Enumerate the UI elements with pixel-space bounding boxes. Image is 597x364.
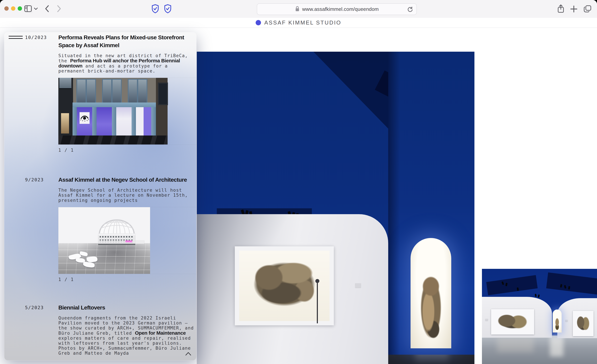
sidebar-toggle-icon[interactable] (23, 4, 33, 14)
thumbnail-arch-niche (553, 310, 562, 333)
ceiling-recess (546, 272, 597, 294)
wall-label (485, 319, 488, 321)
news-item: 10/2023 Performa Reveals Plans for Mixed… (25, 33, 196, 153)
news-body: Situated in the new art district of TriB… (58, 53, 196, 73)
news-item: 9/2023 Assaf Kimmel at the Negev School … (25, 176, 196, 282)
adjacent-building (58, 78, 73, 145)
window-close-button[interactable] (4, 6, 9, 11)
address-bar[interactable]: www.assafkimmel.com/queendom (257, 3, 417, 15)
artwork-collage (246, 257, 323, 312)
eye-artwork (79, 112, 90, 124)
extension-shield-icon[interactable] (164, 4, 172, 14)
window-minimize-button[interactable] (11, 6, 15, 11)
news-title: Biennial Leftovers (58, 304, 196, 311)
artwork-figure (419, 272, 443, 344)
news-title: Assaf Kimmel at the Negev School of Arch… (58, 176, 196, 184)
adjacent-building (156, 78, 168, 145)
window-zoom-button[interactable] (18, 6, 22, 11)
gallery-photo-thumbnail[interactable] (482, 269, 597, 364)
spotlight (538, 294, 540, 297)
news-body: Queendom fragments from the 2022 Israeli… (58, 316, 196, 356)
news-image-dome-render[interactable] (58, 207, 196, 274)
browser-window: www.assafkimmel.com/queendom ASSAF KIMME… (0, 0, 597, 364)
logo-dot-icon[interactable] (256, 20, 261, 25)
extension-shield-icon[interactable] (151, 4, 160, 14)
back-button[interactable] (44, 4, 51, 14)
tab-overview-icon[interactable] (583, 4, 592, 14)
collapse-panel-chevron-up-icon[interactable] (184, 351, 192, 357)
stanchion (317, 282, 318, 323)
dome-building (88, 217, 145, 250)
news-panel: 10/2023 Performa Reveals Plans for Mixed… (4, 32, 196, 361)
chevron-down-icon[interactable] (33, 6, 39, 12)
site-title[interactable]: ASSAF KIMMEL STUDIO (264, 20, 341, 26)
storefront (72, 102, 156, 135)
image-pagination: 1 / 1 (58, 277, 196, 282)
arch-niche (411, 238, 451, 348)
wall-label (565, 320, 568, 322)
thumbnail-artwork-wide (491, 309, 534, 334)
site-header: ASSAF KIMMEL STUDIO (0, 18, 597, 28)
browser-toolbar: www.assafkimmel.com/queendom (0, 0, 597, 18)
share-icon[interactable] (556, 4, 566, 15)
news-image-storefront[interactable] (58, 78, 196, 145)
news-title: Performa Reveals Plans for Mixed-use Sto… (58, 33, 196, 49)
forward-button[interactable] (55, 4, 62, 14)
url-text: www.assafkimmel.com/queendom (302, 6, 379, 12)
ceiling-recess (486, 275, 538, 295)
news-list: 10/2023 Performa Reveals Plans for Mixed… (4, 32, 196, 360)
spotlight (535, 294, 537, 297)
floor-reflection (497, 337, 534, 352)
news-date: 5/2023 (25, 304, 58, 360)
news-date: 10/2023 (25, 33, 58, 153)
gallery-photo-main (197, 52, 474, 364)
toolbar-divider (32, 5, 32, 13)
thumbnail-artwork-right (573, 311, 594, 336)
wall-label (355, 283, 361, 288)
artwork-canvas (239, 251, 330, 321)
lock-icon (295, 6, 300, 13)
reload-button[interactable] (407, 6, 413, 13)
image-pagination: 1 / 1 (58, 147, 196, 153)
news-date: 9/2023 (25, 176, 58, 282)
street (58, 135, 168, 145)
artwork-tapestry-wide (235, 246, 334, 325)
new-tab-icon[interactable] (569, 5, 578, 14)
news-item: 5/2023 Biennial Leftovers Queendom fragm… (25, 304, 196, 360)
news-body: The Negev School of Architecture will ho… (58, 188, 196, 203)
